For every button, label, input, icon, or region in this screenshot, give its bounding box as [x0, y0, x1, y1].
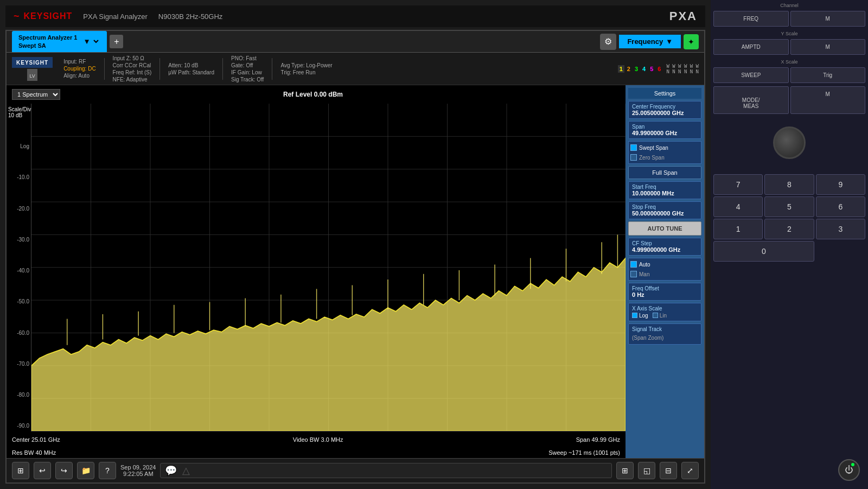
lv-badge: LV	[27, 69, 37, 81]
input-z-label: Input Z: 50 Ω	[113, 55, 152, 61]
undo-button[interactable]: ↩	[34, 462, 51, 479]
span-field[interactable]: Span 49.9900000 GHz	[628, 121, 701, 139]
speech-bubble-icon: 💬	[165, 465, 177, 477]
trig-label: Trig: Free Run	[280, 69, 332, 75]
mode-row: MODE/ MEAS M	[713, 86, 865, 114]
brand-name: KEYSIGHT	[24, 11, 73, 21]
meas-divider-3	[222, 58, 223, 80]
trace-1[interactable]: 1	[618, 65, 624, 73]
keysight-logo: ~ KEYSIGHT	[14, 11, 72, 22]
mode-meas-button[interactable]: MODE/ MEAS	[713, 86, 789, 114]
num-7[interactable]: 7	[713, 174, 763, 195]
gate-label: Gate: Off	[231, 62, 264, 68]
trace-2[interactable]: 2	[626, 65, 632, 73]
keysight-badge: KEYSIGHT	[12, 57, 53, 68]
window-layout-button[interactable]: ⊟	[660, 462, 677, 479]
stop-freq-field[interactable]: Stop Freq 50.000000000 GHz	[628, 201, 701, 219]
trace-select[interactable]: 1 Spectrum	[12, 89, 60, 100]
amptd-btn-label: AMPTD	[742, 44, 761, 50]
sig-track-label: Sig Track: Off	[231, 77, 264, 82]
freq-ref-label: Freq Ref: Int (S)	[113, 69, 152, 75]
folder-button[interactable]: 📁	[77, 462, 94, 479]
power-button[interactable]: ⏻	[838, 459, 860, 481]
auto-radio[interactable]	[630, 261, 637, 268]
instrument-series: N9030B 2Hz-50GHz	[158, 12, 223, 21]
x-axis-options: Log Lin	[632, 313, 698, 319]
green-icon-button[interactable]: ✦	[684, 34, 699, 49]
sweep-button[interactable]: SWEEP	[713, 67, 789, 83]
freq-offset-value: 0 Hz	[632, 291, 698, 298]
m-button-3[interactable]: M	[790, 86, 866, 114]
grid-view-button[interactable]: ⊞	[616, 462, 634, 479]
m-button-1[interactable]: M	[790, 11, 866, 27]
stop-freq-value: 50.000000000 GHz	[632, 210, 698, 217]
num-8[interactable]: 8	[764, 174, 814, 195]
trace-3[interactable]: 3	[633, 65, 640, 73]
swept-span-option[interactable]: Swept Span	[630, 143, 699, 152]
num-0[interactable]: 0	[713, 241, 814, 262]
top-bar: ~ KEYSIGHT PXA Signal Analyzer N9030B 2H…	[5, 5, 705, 27]
trace-6[interactable]: 6	[656, 65, 662, 73]
logo-icon: ~	[14, 11, 20, 22]
screen-icon: ◱	[643, 466, 650, 475]
tuning-knob[interactable]	[773, 126, 806, 159]
trace-4[interactable]: 4	[641, 65, 647, 73]
settings-tab[interactable]: Settings	[628, 88, 701, 99]
center-freq-field[interactable]: Center Frequency 25.005000000 GHz	[628, 101, 701, 119]
align-label: Align: Auto	[63, 73, 95, 79]
zero-span-radio[interactable]	[630, 154, 637, 161]
settings-gear-button[interactable]: ⚙	[600, 34, 616, 50]
hw-panel: Channel FREQ M Y Scale AMPTD M X Scale S…	[711, 0, 868, 489]
num-3[interactable]: 3	[816, 219, 865, 239]
redo-button[interactable]: ↪	[55, 462, 73, 479]
num-6[interactable]: 6	[816, 196, 865, 217]
cf-step-value: 4.999000000 GHz	[632, 246, 698, 253]
lin-radio[interactable]	[653, 313, 658, 318]
windows-button[interactable]: ⊞	[12, 462, 29, 479]
trace-5[interactable]: 5	[648, 65, 655, 73]
full-span-button[interactable]: Full Span	[628, 166, 701, 179]
add-tab-button[interactable]: +	[110, 35, 123, 48]
res-bw-label: Res BW 40 MHz	[12, 449, 56, 456]
m-button-2[interactable]: M	[790, 39, 866, 55]
power-led	[851, 463, 854, 466]
meas-param-avg: Avg Type: Log-Power Trig: Free Run	[280, 62, 332, 75]
meas-param-atten: Atten: 10 dB µW Path: Standard	[168, 62, 214, 75]
help-button[interactable]: ?	[99, 462, 116, 479]
center-freq-value: 25.005000000 GHz	[632, 110, 698, 116]
screen-capture-button[interactable]: ◱	[638, 462, 655, 479]
num-5[interactable]: 5	[764, 196, 814, 217]
log-option-label: Log	[639, 313, 648, 319]
spectrum-left: 1 Spectrum Ref Level 0.00 dBm Scale/Div …	[7, 85, 626, 458]
start-freq-field[interactable]: Start Freq 10.000000 MHz	[628, 181, 701, 199]
num-2[interactable]: 2	[764, 219, 814, 239]
num-9[interactable]: 9	[816, 174, 865, 195]
y-label--70: -70.0	[7, 361, 31, 367]
cf-step-field[interactable]: CF Step 4.999000000 GHz	[628, 238, 701, 256]
num-1[interactable]: 1	[713, 219, 763, 239]
log-radio[interactable]	[632, 313, 637, 318]
x-axis-label: X Axis Scale	[632, 306, 698, 312]
zero-span-option[interactable]: Zero Span	[630, 153, 699, 162]
frequency-tab[interactable]: Frequency ▼	[619, 35, 681, 48]
freq-offset-field[interactable]: Freq Offset 0 Hz	[628, 283, 701, 301]
m-btn-2-label: M	[826, 44, 830, 50]
zero-span-label: Zero Span	[639, 155, 665, 161]
num-4[interactable]: 4	[713, 196, 763, 217]
man-radio[interactable]	[630, 271, 637, 277]
man-option[interactable]: Man	[630, 270, 699, 278]
bottom-toolbar: ⊞ ↩ ↪ 📁 ? Sep 09, 2024 9:22:05 AM	[7, 458, 704, 482]
auto-option[interactable]: Auto	[630, 260, 699, 269]
amptd-button[interactable]: AMPTD	[713, 39, 789, 55]
trig-button[interactable]: Trig	[790, 67, 866, 83]
signal-track-label: Signal Track	[632, 326, 698, 332]
trace-n-labels: N N N N N N	[666, 69, 699, 74]
folder-icon: 📁	[81, 466, 91, 475]
auto-tune-button[interactable]: AUTO TUNE	[628, 221, 701, 236]
fullscreen-button[interactable]: ⤢	[681, 462, 699, 479]
tab-dropdown[interactable]: ▼	[80, 36, 100, 47]
swept-span-radio[interactable]	[630, 144, 637, 151]
freq-button[interactable]: FREQ	[713, 11, 789, 27]
grid-icon: ⊞	[622, 466, 628, 475]
active-tab[interactable]: Spectrum Analyzer 1Swept SA ▼	[12, 31, 107, 52]
